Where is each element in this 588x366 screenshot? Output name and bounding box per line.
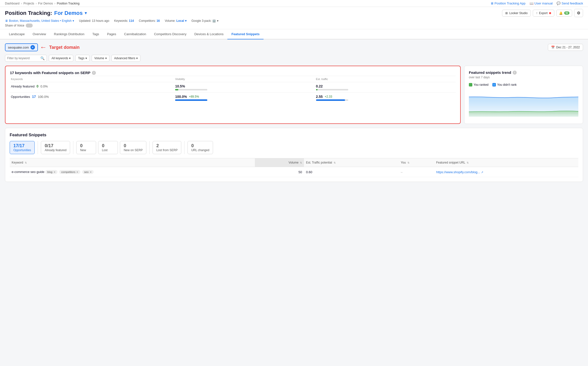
tags-filter-button[interactable]: Tags ▾ — [75, 55, 89, 62]
col-traffic-header[interactable]: Est. Traffic potential ⇅ — [304, 158, 399, 167]
tab-divider — [38, 141, 38, 154]
table-row: Already featured 0 0.0% 10.5% — [10, 82, 456, 93]
header-controls: ⊞ Looker Studio ↑ Export 🔔 92 ⚙ — [502, 9, 583, 17]
advanced-filters-button[interactable]: Advanced filters ▾ — [111, 55, 140, 62]
tag-remove-competitors[interactable]: ✕ — [76, 171, 78, 173]
volume-cell: 50 — [255, 167, 304, 177]
visibility-bar-wrap — [175, 89, 207, 90]
already-featured-count[interactable]: 0 — [36, 84, 38, 88]
calendar-icon: 📅 — [551, 46, 555, 49]
export-dot — [549, 12, 551, 14]
notification-button[interactable]: 🔔 92 — [556, 10, 572, 17]
bell-icon: 🔔 — [559, 11, 563, 15]
tab-landscape[interactable]: Landscape — [5, 29, 29, 39]
keyword-cell: e-commerce seo guide blog ✕ competitors … — [10, 167, 255, 177]
breadcrumb-fordemos[interactable]: For Demos — [38, 2, 53, 5]
snippet-url-link[interactable]: https://www.shopify.com/blog... — [436, 170, 480, 174]
sort-icon-3: ⇅ — [334, 161, 336, 164]
tab-divider-3 — [149, 141, 150, 154]
title-row: Position Tracking: For Demos ▾ ⊞ Looker … — [5, 9, 583, 17]
search-button[interactable]: 🔍 — [40, 56, 45, 60]
keywords-card: 17 keywords with Featured snippets on SE… — [5, 66, 461, 124]
chevron-down-icon: ▾ — [105, 56, 107, 60]
feedback-link[interactable]: 💬 Send feedback — [557, 1, 583, 5]
tab-lost[interactable]: 0 Lost — [98, 141, 118, 154]
looker-button[interactable]: ⊞ Looker Studio — [502, 10, 531, 17]
row-label: Opportunities 17 100.0% — [10, 93, 174, 103]
volume-filter-button[interactable]: Volume ▾ — [92, 55, 109, 62]
share-of-voice-toggle[interactable] — [26, 24, 33, 28]
location-link[interactable]: 🖥 Boston, Massachusetts, United States •… — [5, 19, 74, 23]
google3pack-icon[interactable]: 🏢 ▾ — [212, 19, 218, 23]
traffic-cell: 0.60 — [304, 167, 399, 177]
manual-link[interactable]: 📖 User manual — [530, 1, 553, 5]
snippets-section: Featured Snippets 17/17 Opportunities 0/… — [5, 128, 583, 182]
col-url-header[interactable]: Featured snippet URL ⇅ — [434, 158, 578, 167]
book-icon: 📖 — [530, 1, 534, 5]
keywords-label: Keywords: 114 — [114, 19, 134, 23]
share-of-voice-row: Share of Voice — [5, 24, 583, 28]
breadcrumb-dashboard[interactable]: Dashboard — [5, 2, 20, 5]
breadcrumb-current: Position Tracking — [57, 2, 79, 5]
traffic-bar-wrap — [316, 89, 348, 90]
title-static: Position Tracking: — [5, 10, 52, 16]
tab-cannibalization[interactable]: Cannibalization — [120, 29, 150, 39]
trend-info-icon[interactable]: i — [513, 71, 517, 75]
date-range-button[interactable]: 📅 Dec 21 - 27, 2022 — [548, 44, 583, 51]
opportunities-label: Opportunities — [11, 95, 30, 99]
settings-button[interactable]: ⚙ — [574, 9, 583, 17]
tab-new[interactable]: 0 New — [76, 141, 96, 154]
date-button-wrap: 📅 Dec 21 - 27, 2022 — [548, 44, 583, 51]
competitors-label: Competitors: 16 — [139, 19, 160, 23]
traffic-value: 0.22 — [316, 84, 455, 88]
tab-featured-snippets[interactable]: Featured Snippets — [227, 29, 263, 39]
opportunities-count[interactable]: 17 — [32, 95, 36, 99]
trend-chart — [469, 89, 578, 119]
tab-opportunities[interactable]: 17/17 Opportunities — [10, 141, 35, 154]
tab-overview[interactable]: Overview — [29, 29, 50, 39]
domain-chip: seoquake.com ✕ — [5, 43, 38, 51]
tab-url-changed[interactable]: 0 URL changed — [187, 141, 213, 154]
col-you-header[interactable]: You ⇅ — [399, 158, 434, 167]
nav-tabs: Landscape Overview Rankings Distribution… — [0, 29, 588, 39]
sort-icon: ⇅ — [25, 161, 27, 164]
tab-tags[interactable]: Tags — [88, 29, 103, 39]
traffic-value-2: 2.55 — [316, 95, 323, 99]
tab-already-featured[interactable]: 0/17 Already featured — [41, 141, 70, 154]
tab-pages[interactable]: Pages — [103, 29, 120, 39]
title-caret[interactable]: ▾ — [85, 11, 87, 15]
tab-competitors[interactable]: Competitors Discovery — [150, 29, 190, 39]
top-actions: 🖥 Position Tracking App 📖 User manual 💬 … — [490, 1, 583, 5]
notification-badge: 92 — [564, 11, 569, 15]
chevron-down-icon: ▾ — [73, 19, 74, 23]
domain-remove-button[interactable]: ✕ — [30, 45, 35, 50]
tag-remove-blog[interactable]: ✕ — [53, 171, 55, 173]
tab-rankings[interactable]: Rankings Distribution — [50, 29, 88, 39]
tab-devices[interactable]: Devices & Locations — [190, 29, 228, 39]
table-row: e-commerce seo guide blog ✕ competitors … — [10, 167, 578, 177]
arrow-annotation: ← Target domain — [40, 43, 80, 51]
tag-remove-seo[interactable]: ✕ — [90, 171, 92, 173]
col-volume-header[interactable]: Volume ⇅ — [255, 158, 304, 167]
export-button[interactable]: ↑ Export — [533, 10, 554, 17]
tab-lost-from-serp[interactable]: 2 Lost from SERP — [153, 141, 181, 154]
keywords-card-title: 17 keywords with Featured snippets on SE… — [10, 71, 456, 75]
search-input[interactable] — [7, 56, 39, 60]
info-icon[interactable]: i — [92, 71, 96, 75]
title-blue[interactable]: For Demos — [54, 10, 83, 16]
trend-card: Featured snippets trend i over last 7 da… — [464, 66, 583, 124]
volume-label: Volume: Local ▾ — [165, 19, 186, 23]
external-link-icon[interactable]: ↗ — [481, 171, 483, 174]
visibility-bar-2 — [175, 99, 207, 101]
col-keyword-header[interactable]: Keyword ⇅ — [10, 158, 255, 167]
ranked-box — [469, 83, 472, 86]
all-keywords-button[interactable]: All keywords ▾ — [49, 55, 73, 62]
opportunities-pct: 100.0% — [38, 95, 49, 99]
visibility-plus: +89.5% — [189, 95, 199, 98]
breadcrumb: Dashboard › Projects › For Demos › Posit… — [5, 2, 80, 5]
visibility-cell-2: 100.0% +89.5% — [174, 93, 315, 103]
breadcrumb-projects[interactable]: Projects — [24, 2, 34, 5]
app-link[interactable]: 🖥 Position Tracking App — [490, 1, 526, 5]
tab-new-on-serp[interactable]: 0 New on SERP — [120, 141, 146, 154]
tag-seo: seo ✕ — [82, 170, 94, 174]
